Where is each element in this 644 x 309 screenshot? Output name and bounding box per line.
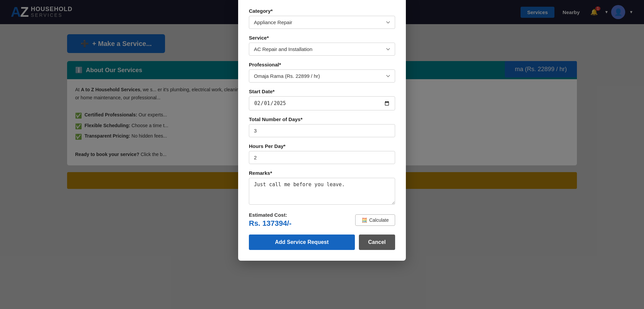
add-service-request-button[interactable]: Add Service Request xyxy=(249,235,355,250)
category-label: Category* xyxy=(249,8,395,14)
start-date-input[interactable] xyxy=(249,96,395,110)
calculate-label: Calculate xyxy=(369,217,389,223)
hours-per-day-group: Hours Per Day* xyxy=(249,143,395,164)
estimated-cost-block: Estimated Cost: Rs. 137394/- xyxy=(249,212,291,228)
service-request-modal: Category* Appliance Repair Cleaning Plum… xyxy=(238,0,406,261)
remarks-textarea[interactable]: Just call me before you leave. xyxy=(249,178,395,205)
calculate-button[interactable]: 🧮 Calculate xyxy=(355,214,395,226)
professional-select[interactable]: Omaja Rama (Rs. 22899 / hr) xyxy=(249,69,395,83)
hours-per-day-label: Hours Per Day* xyxy=(249,143,395,149)
professional-group: Professional* Omaja Rama (Rs. 22899 / hr… xyxy=(249,62,395,83)
estimated-cost-value: Rs. 137394/- xyxy=(249,219,291,228)
professional-label: Professional* xyxy=(249,62,395,67)
service-group: Service* AC Repair and Installation Wash… xyxy=(249,35,395,56)
total-days-label: Total Number of Days* xyxy=(249,116,395,122)
calculator-icon: 🧮 xyxy=(362,217,367,223)
estimated-cost-row: Estimated Cost: Rs. 137394/- 🧮 Calculate xyxy=(249,212,395,228)
category-group: Category* Appliance Repair Cleaning Plum… xyxy=(249,8,395,29)
hours-per-day-input[interactable] xyxy=(249,151,395,164)
modal-footer: Add Service Request Cancel xyxy=(249,235,395,250)
service-label: Service* xyxy=(249,35,395,41)
cancel-button[interactable]: Cancel xyxy=(359,235,395,250)
category-select[interactable]: Appliance Repair Cleaning Plumbing Elect… xyxy=(249,16,395,29)
remarks-group: Remarks* Just call me before you leave. xyxy=(249,170,395,206)
start-date-group: Start Date* xyxy=(249,89,395,110)
service-select[interactable]: AC Repair and Installation Washing Machi… xyxy=(249,43,395,56)
remarks-label: Remarks* xyxy=(249,170,395,176)
estimated-cost-label: Estimated Cost: xyxy=(249,212,291,218)
total-days-group: Total Number of Days* xyxy=(249,116,395,137)
total-days-input[interactable] xyxy=(249,124,395,137)
start-date-label: Start Date* xyxy=(249,89,395,94)
